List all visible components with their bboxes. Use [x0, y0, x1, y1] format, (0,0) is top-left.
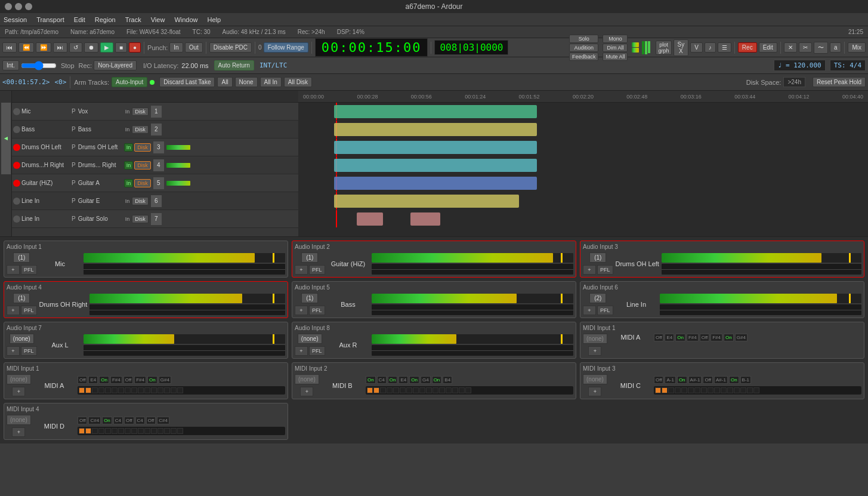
track-disk-btn[interactable]: Disk [132, 197, 149, 205]
feedback-btn[interactable]: Feedback [569, 53, 599, 61]
dim-all-btn[interactable]: Dim All [603, 44, 628, 52]
menu-help[interactable]: Help [208, 16, 221, 23]
pfl-btn[interactable]: PFL [21, 306, 37, 315]
transport-rewind[interactable]: ⏪ [18, 42, 34, 53]
rec-dot[interactable] [13, 162, 20, 169]
rec-dot[interactable] [13, 215, 20, 223]
reset-peak-btn[interactable]: Reset Peak Hold [813, 77, 866, 87]
pfl-btn[interactable]: PFL [597, 265, 613, 275]
rec-dot[interactable] [13, 180, 20, 187]
x-btn[interactable]: ✕ [784, 42, 797, 53]
play-btn[interactable]: ▶ [100, 42, 113, 53]
pfl-btn[interactable]: PFL [597, 306, 613, 315]
add-track-plus[interactable]: + [298, 228, 868, 236]
edit-main-btn[interactable]: Edit [759, 42, 777, 53]
add-btn[interactable]: + [583, 265, 596, 275]
record-btn[interactable]: ● [129, 42, 141, 53]
close-btn[interactable] [5, 3, 12, 10]
rec-main-btn[interactable]: Rec [738, 42, 757, 53]
add-btn[interactable]: + [583, 306, 596, 315]
rec-dot[interactable] [13, 144, 20, 151]
clip[interactable] [410, 212, 440, 226]
discard-btn[interactable]: Discard Last Take [159, 77, 215, 87]
maximize-btn[interactable] [25, 3, 32, 10]
sy-x-btn[interactable]: SyX [674, 39, 689, 56]
punch-toggle[interactable]: ⏺ [84, 42, 98, 53]
menu-view[interactable]: View [151, 16, 165, 23]
auto-return-btn[interactable]: Auto Return [214, 60, 254, 70]
follow-range-btn[interactable]: Follow Range [264, 42, 308, 53]
rec-dot[interactable] [13, 198, 20, 205]
v-btn[interactable]: V [690, 42, 703, 53]
add-btn[interactable]: + [295, 346, 308, 356]
mute-all-btn[interactable]: Mute All [603, 53, 628, 61]
add-btn[interactable]: + [295, 306, 308, 315]
pfl-btn[interactable]: PFL [21, 346, 37, 356]
track-in-btn[interactable]: In [124, 143, 134, 152]
add-btn[interactable]: + [7, 265, 20, 275]
ts-display[interactable]: TS: 4/4 [830, 60, 866, 71]
track-in-btn[interactable]: In [124, 161, 134, 170]
add-btn[interactable]: + [588, 346, 601, 356]
mono-btn[interactable]: Mono [603, 35, 628, 43]
add-btn[interactable]: + [300, 387, 313, 396]
minimize-btn[interactable] [15, 3, 22, 10]
audition-btn[interactable]: Audition [569, 44, 599, 52]
add-btn[interactable]: + [295, 265, 308, 275]
transport-ffwd[interactable]: ⏩ [36, 42, 51, 53]
scissors-btn[interactable]: ✂ [799, 42, 812, 53]
transport-end[interactable]: ⏭ [53, 42, 67, 53]
menu-region[interactable]: Region [95, 16, 116, 23]
punch-out-btn[interactable]: Out [185, 42, 203, 53]
clip[interactable] [334, 123, 537, 136]
tempo-display[interactable]: ♩ = 120.000 [774, 60, 826, 71]
menu-edit[interactable]: Edit [74, 16, 85, 23]
add-btn[interactable]: + [7, 306, 20, 315]
menu-track[interactable]: Track [125, 16, 141, 23]
all-disk-btn[interactable]: All Disk [284, 77, 312, 87]
wave-btn[interactable]: 〜 [814, 42, 828, 54]
track-disk-btn[interactable]: Disk [132, 125, 149, 134]
a-btn[interactable]: a [830, 42, 842, 53]
add-btn[interactable]: + [7, 346, 20, 356]
track-disk-btn[interactable]: Disk [132, 107, 149, 116]
clip[interactable] [334, 159, 537, 172]
clip[interactable] [334, 105, 537, 118]
add-btn[interactable]: + [12, 427, 25, 437]
camera-btn[interactable]: ☰ [718, 42, 731, 53]
mix-main-btn[interactable]: Mix [848, 42, 866, 53]
punch-in-btn[interactable]: In [169, 42, 183, 53]
menu-window[interactable]: Window [174, 16, 197, 23]
track-disk-btn[interactable]: Disk [134, 143, 151, 152]
int-btn[interactable]: Int. [2, 60, 19, 70]
loop-btn[interactable]: ↺ [69, 42, 82, 53]
track-in-btn[interactable]: In [124, 179, 134, 187]
transport-start[interactable]: ⏮ [2, 42, 17, 53]
pfl-btn[interactable]: PFL [21, 265, 37, 275]
non-layered-btn[interactable]: Non-Layered [94, 60, 137, 70]
stop-btn[interactable]: ■ [115, 42, 127, 53]
add-btn[interactable]: + [588, 387, 601, 396]
track-disk-btn[interactable]: Disk [134, 179, 151, 187]
add-btn[interactable]: + [12, 387, 25, 396]
none-btn[interactable]: None [235, 77, 258, 87]
clip[interactable] [357, 212, 383, 226]
pfl-btn[interactable]: PFL [309, 306, 325, 315]
track-disk-btn[interactable]: Disk [134, 161, 151, 170]
clip[interactable] [334, 195, 519, 208]
midi-btn[interactable]: ♪ [705, 42, 716, 53]
track-disk-btn[interactable]: Disk [132, 215, 149, 223]
auto-input-btn[interactable]: Auto-Input [112, 77, 147, 87]
all-btn[interactable]: All [217, 77, 232, 87]
pfl-btn[interactable]: PFL [309, 346, 325, 356]
pfl-btn[interactable]: PFL [309, 265, 325, 275]
disable-pdc-btn[interactable]: Disable PDC [209, 42, 252, 53]
rec-dot[interactable] [13, 126, 20, 133]
all-in-btn[interactable]: All In [260, 77, 282, 87]
menu-transport[interactable]: Transport [36, 16, 64, 23]
clip[interactable] [334, 141, 537, 154]
menu-session[interactable]: Session [4, 16, 27, 23]
plot-btn[interactable]: plotgrph [656, 41, 671, 55]
volume-slider[interactable] [21, 62, 57, 69]
rec-dot[interactable] [13, 108, 20, 115]
